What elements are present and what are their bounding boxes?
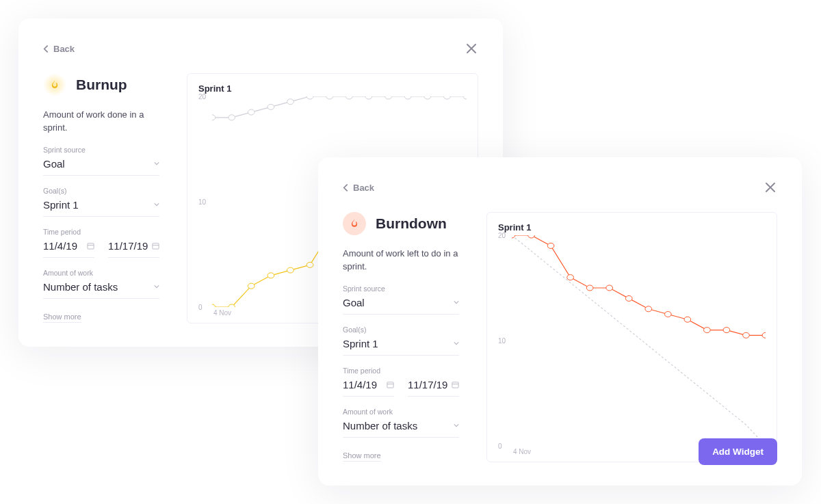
date-start-input[interactable]: 11/4/19 — [43, 236, 94, 258]
svg-point-39 — [645, 306, 652, 312]
amount-of-work-select[interactable]: Number of tasks — [43, 277, 159, 299]
burndown-chart: 201004 Nov17 Nov — [498, 235, 766, 446]
svg-point-5 — [268, 104, 274, 109]
date-start-value: 11/4/19 — [343, 379, 377, 390]
card-header: Back — [343, 181, 777, 194]
svg-point-4 — [248, 109, 255, 115]
svg-point-11 — [385, 96, 392, 99]
amount-of-work-label: Amount of work — [43, 269, 159, 277]
svg-point-35 — [567, 275, 574, 280]
goals-select[interactable]: Sprint 1 — [343, 334, 459, 356]
goals-field: Goal(s) Sprint 1 — [43, 187, 159, 217]
svg-point-15 — [463, 96, 467, 99]
svg-point-38 — [625, 295, 632, 301]
svg-point-6 — [287, 99, 294, 105]
sprint-source-select[interactable]: Goal — [43, 154, 159, 176]
back-button[interactable]: Back — [43, 44, 75, 54]
svg-point-34 — [547, 243, 554, 248]
time-period-label: Time period — [343, 367, 459, 375]
svg-point-44 — [743, 332, 750, 338]
close-icon — [765, 182, 776, 193]
chevron-down-icon — [454, 423, 459, 428]
close-button[interactable] — [764, 181, 777, 194]
svg-point-20 — [287, 267, 294, 273]
date-start-value: 11/4/19 — [43, 240, 77, 252]
date-end-input[interactable]: 11/17/19 — [408, 375, 459, 397]
card-body: Burndown Amount of work left to do in a … — [343, 212, 777, 462]
card-header: Back — [43, 42, 478, 55]
flame-icon — [43, 73, 66, 96]
svg-point-18 — [248, 283, 255, 289]
flame-icon — [343, 212, 366, 235]
goals-label: Goal(s) — [43, 187, 159, 195]
chevron-down-icon — [454, 300, 459, 305]
chevron-down-icon — [154, 202, 159, 207]
svg-point-7 — [307, 96, 313, 99]
sprint-source-label: Sprint source — [343, 284, 459, 293]
title-row: Burndown — [343, 212, 459, 235]
close-button[interactable] — [465, 42, 478, 55]
burndown-card: Back Burndown Amount of work left to do … — [318, 157, 802, 486]
show-more-link[interactable]: Show more — [43, 313, 81, 323]
widget-title: Burnup — [76, 77, 127, 93]
amount-of-work-label: Amount of work — [343, 408, 459, 416]
form-column: Burndown Amount of work left to do in a … — [343, 212, 459, 462]
svg-point-40 — [664, 311, 671, 317]
svg-point-16 — [212, 304, 216, 307]
calendar-icon — [87, 242, 94, 250]
svg-point-2 — [212, 115, 216, 120]
goals-select[interactable]: Sprint 1 — [43, 195, 159, 217]
svg-point-21 — [307, 262, 313, 267]
sprint-source-field: Sprint source Goal — [343, 284, 459, 315]
svg-point-37 — [606, 285, 613, 291]
back-label: Back — [353, 183, 374, 193]
svg-point-17 — [229, 304, 235, 307]
svg-point-9 — [346, 96, 352, 99]
svg-point-8 — [326, 96, 333, 99]
svg-point-12 — [404, 96, 411, 99]
calendar-icon — [152, 242, 159, 250]
form-column: Burnup Amount of work done in a sprint. … — [43, 73, 159, 323]
widget-title: Burndown — [376, 215, 447, 232]
title-row: Burnup — [43, 73, 159, 96]
date-end-input[interactable]: 11/17/19 — [108, 236, 159, 258]
amount-of-work-select[interactable]: Number of tasks — [343, 416, 459, 438]
calendar-icon — [452, 381, 459, 388]
svg-point-13 — [424, 96, 431, 99]
chevron-down-icon — [154, 161, 159, 166]
svg-rect-0 — [88, 243, 94, 249]
sprint-source-value: Goal — [43, 158, 65, 170]
svg-point-36 — [586, 285, 593, 291]
chevron-left-icon — [343, 184, 348, 191]
show-more-link[interactable]: Show more — [343, 451, 381, 462]
svg-point-3 — [229, 115, 235, 120]
goals-label: Goal(s) — [343, 326, 459, 334]
svg-point-32 — [512, 235, 515, 238]
amount-of-work-field: Amount of work Number of tasks — [343, 408, 459, 438]
add-widget-button[interactable]: Add Widget — [699, 438, 777, 465]
chart-title: Sprint 1 — [198, 83, 467, 94]
goals-value: Sprint 1 — [43, 199, 79, 211]
svg-point-45 — [762, 332, 766, 338]
date-end-value: 11/17/19 — [408, 379, 447, 390]
svg-rect-31 — [452, 382, 458, 388]
calendar-icon — [387, 381, 394, 388]
date-start-input[interactable]: 11/4/19 — [343, 375, 394, 397]
sprint-source-select[interactable]: Goal — [343, 293, 459, 315]
amount-of-work-value: Number of tasks — [343, 420, 417, 432]
svg-point-14 — [444, 96, 451, 99]
sprint-source-field: Sprint source Goal — [43, 146, 159, 176]
time-period-field: Time period 11/4/19 11/17/19 — [43, 228, 159, 258]
svg-point-19 — [268, 273, 274, 278]
chart-panel: Sprint 1 201004 Nov17 Nov — [486, 212, 777, 462]
back-button[interactable]: Back — [343, 183, 374, 193]
chevron-down-icon — [154, 284, 159, 289]
svg-point-33 — [528, 235, 535, 238]
svg-point-43 — [723, 328, 730, 333]
time-period-label: Time period — [43, 228, 159, 236]
svg-point-42 — [704, 328, 711, 333]
widget-description: Amount of work left to do in a sprint. — [343, 248, 459, 274]
sprint-source-value: Goal — [343, 297, 365, 308]
time-period-field: Time period 11/4/19 11/17/19 — [343, 367, 459, 397]
svg-rect-30 — [387, 382, 393, 388]
